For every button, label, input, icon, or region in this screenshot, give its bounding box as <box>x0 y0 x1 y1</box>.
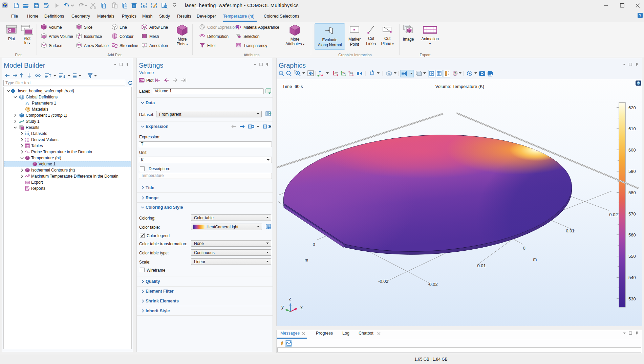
svg-text:Plot: Plot <box>146 78 154 83</box>
svg-text:8.85: 8.85 <box>25 137 29 140</box>
svg-text:T: T <box>144 43 146 47</box>
svg-text:i: i <box>28 102 29 106</box>
svg-text:-0.02: -0.02 <box>378 279 388 284</box>
svg-text:610: 610 <box>628 126 636 131</box>
svg-text:m: m <box>533 257 537 262</box>
svg-text:0: 0 <box>313 242 315 247</box>
svg-text:e-12: e-12 <box>25 140 29 142</box>
svg-text:-0.02: -0.02 <box>428 282 438 287</box>
svg-text:P: P <box>25 101 28 106</box>
svg-text:m: m <box>305 257 308 263</box>
svg-text:600: 600 <box>628 147 636 153</box>
svg-text:yz: yz <box>342 71 346 74</box>
svg-text:620: 620 <box>628 105 636 110</box>
svg-text:0: 0 <box>523 246 525 251</box>
svg-text:xz: xz <box>350 71 353 74</box>
svg-text:570: 570 <box>628 211 636 217</box>
svg-text:580: 580 <box>628 190 636 195</box>
svg-text:530: 530 <box>628 296 636 301</box>
svg-text:0.01: 0.01 <box>566 228 574 233</box>
svg-text:x: x <box>300 305 303 310</box>
svg-text:590: 590 <box>628 169 636 174</box>
svg-text:0.02: 0.02 <box>609 212 618 217</box>
svg-text:550: 550 <box>628 254 636 259</box>
svg-text:y: y <box>281 304 284 310</box>
svg-text:540: 540 <box>628 275 636 280</box>
svg-text:-0.01: -0.01 <box>476 263 486 268</box>
svg-text:xy: xy <box>335 71 338 74</box>
svg-text:z: z <box>289 296 291 301</box>
svg-text:560: 560 <box>628 232 636 237</box>
